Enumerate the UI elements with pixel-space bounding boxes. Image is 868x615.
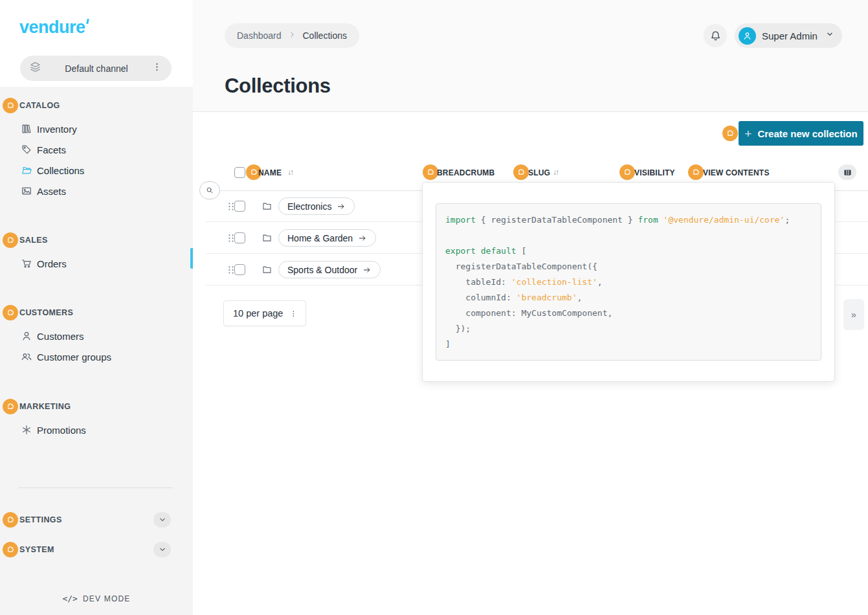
logo-text: vendure: [19, 17, 85, 37]
dev-extension-badge[interactable]: [722, 126, 738, 141]
section-label: SYSTEM: [19, 545, 54, 554]
dev-extension-badge[interactable]: [3, 542, 18, 557]
sidebar-item-label: Orders: [37, 258, 67, 269]
sidebar-item-label: Customers: [37, 331, 84, 342]
section-catalog[interactable]: CATALOG: [0, 97, 193, 114]
collection-name: Sports & Outdoor: [287, 265, 357, 275]
collection-link[interactable]: Home & Garden: [278, 229, 376, 247]
per-page-label: 10 per page: [233, 308, 283, 319]
dev-extension-badge[interactable]: [3, 399, 18, 414]
sidebar-item-facets[interactable]: Facets: [0, 139, 193, 160]
column-header-slug[interactable]: SLUG: [528, 168, 550, 177]
sort-icon[interactable]: ↓↑: [553, 168, 558, 177]
sidebar-item-collections[interactable]: Collections: [0, 160, 193, 181]
breadcrumb: Dashboard Collections: [225, 23, 359, 48]
folder-icon: [262, 232, 273, 243]
dev-extension-badge[interactable]: [3, 98, 18, 113]
collection-link[interactable]: Sports & Outdoor: [278, 261, 381, 278]
sidebar-item-promotions[interactable]: Promotions: [0, 419, 193, 440]
user-icon: [21, 330, 32, 342]
collection-name: Home & Garden: [287, 233, 353, 243]
row-checkbox[interactable]: [234, 264, 245, 275]
user-menu[interactable]: Super Admin: [735, 23, 842, 48]
sidebar-nav: CATALOG Inventory Facets Collections: [0, 87, 193, 615]
section-label: CATALOG: [19, 101, 60, 110]
sidebar-item-label: Promotions: [37, 425, 86, 436]
code-line: });: [445, 321, 812, 337]
create-new-collection-button[interactable]: + Create new collection: [739, 121, 863, 146]
chevron-down-icon: [158, 545, 167, 554]
row-checkbox[interactable]: [234, 201, 245, 212]
dev-mode-toggle[interactable]: </> DEV MODE: [0, 594, 193, 603]
dev-extension-badge[interactable]: [423, 164, 438, 180]
select-all-checkbox[interactable]: [234, 167, 245, 178]
dev-extension-badge[interactable]: [688, 164, 704, 180]
sidebar: vendure Default channel CATALOG Inventor…: [0, 0, 193, 615]
channel-selector[interactable]: Default channel: [20, 56, 172, 81]
sidebar-item-customers[interactable]: Customers: [0, 326, 193, 346]
section-sales[interactable]: SALES: [0, 232, 193, 249]
sidebar-item-label: Customer groups: [37, 352, 111, 363]
collection-link[interactable]: Electronics: [278, 197, 355, 215]
folder-open-icon: [21, 164, 32, 176]
section-system[interactable]: SYSTEM: [0, 541, 193, 558]
next-page-button[interactable]: »: [843, 299, 864, 330]
sidebar-item-orders[interactable]: Orders: [0, 253, 193, 274]
chevron-down-icon: [158, 515, 167, 524]
channel-label: Default channel: [41, 63, 151, 74]
column-header-view-contents: VIEW CONTENTS: [703, 168, 770, 177]
cart-icon: [21, 258, 32, 269]
column-header-breadcrumb: BREADCRUMB: [437, 168, 495, 177]
page-header: Dashboard Collections Super Admin Collec…: [193, 0, 868, 112]
code-line: columnId: 'breadcrumb',: [445, 290, 812, 306]
dev-extension-badge[interactable]: [3, 232, 18, 248]
code-block: import { registerDataTableComponent } fr…: [436, 203, 821, 361]
dev-extension-badge[interactable]: [619, 164, 635, 180]
sidebar-item-assets[interactable]: Assets: [0, 181, 193, 201]
code-line: import { registerDataTableComponent } fr…: [445, 212, 812, 228]
plus-icon: +: [744, 128, 751, 140]
section-customers[interactable]: CUSTOMERS: [0, 304, 193, 321]
page-title: Collections: [225, 74, 331, 98]
section-marketing[interactable]: MARKETING: [0, 398, 193, 415]
sort-icon[interactable]: ↓↑: [287, 168, 293, 177]
collection-name: Electronics: [287, 201, 331, 212]
sidebar-item-label: Facets: [37, 144, 66, 155]
breadcrumb-dashboard[interactable]: Dashboard: [237, 30, 282, 41]
dev-extension-badge[interactable]: [3, 512, 18, 528]
chevron-right-icon: [288, 30, 296, 41]
chevron-down-icon: [825, 30, 834, 41]
column-header-visibility: VISIBILITY: [634, 168, 675, 177]
code-line: [445, 228, 812, 243]
section-settings[interactable]: SETTINGS: [0, 511, 193, 528]
code-icon: </>: [62, 594, 77, 603]
expand-settings-button[interactable]: [153, 512, 171, 528]
notifications-button[interactable]: [704, 24, 727, 47]
expand-system-button[interactable]: [153, 542, 171, 557]
sparkle-icon: [21, 424, 32, 436]
sidebar-item-customer-groups[interactable]: Customer groups: [0, 346, 193, 367]
code-line: tableId: 'collection-list',: [445, 274, 812, 290]
breadcrumb-collections[interactable]: Collections: [303, 30, 347, 41]
dev-extension-badge[interactable]: [513, 164, 529, 180]
row-checkbox[interactable]: [234, 232, 245, 243]
image-icon: [21, 185, 32, 197]
vendure-logo[interactable]: vendure: [19, 17, 89, 38]
kebab-icon[interactable]: [151, 62, 162, 75]
dev-mode-popover: import { registerDataTableComponent } fr…: [422, 182, 835, 382]
arrow-right-icon: [362, 265, 372, 274]
code-line: export default [: [445, 243, 812, 259]
arrow-right-icon: [337, 202, 346, 211]
dev-mode-label: DEV MODE: [83, 594, 131, 603]
sidebar-item-label: Inventory: [37, 124, 77, 135]
user-icon: [742, 31, 752, 41]
folder-icon: [262, 201, 273, 212]
kebab-icon[interactable]: [289, 309, 298, 319]
section-label: SETTINGS: [19, 515, 62, 524]
dev-extension-badge[interactable]: [3, 305, 18, 320]
items-per-page-selector[interactable]: 10 per page: [223, 300, 306, 326]
section-label: MARKETING: [19, 402, 71, 411]
sidebar-item-inventory[interactable]: Inventory: [0, 118, 193, 139]
column-settings-button[interactable]: [838, 164, 856, 180]
column-header-name[interactable]: NAME: [258, 168, 282, 177]
